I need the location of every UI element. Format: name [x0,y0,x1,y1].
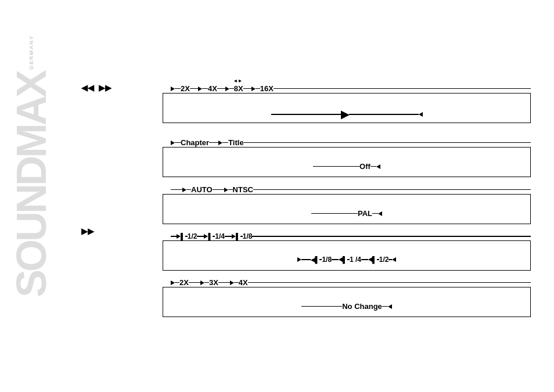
line-3x1 [204,282,209,283]
label-ntsc: NTSC [233,185,253,194]
diagram1-top-row: 2X 4X ◂ ▸ 8X 16X [163,84,531,93]
line-sf0 [171,236,177,237]
label-eighth-fwd: 1/8 [243,232,253,240]
brand-container: GERMANY SOUNDMAX [10,35,52,297]
arr-bot-l2 [368,257,372,262]
arrow-right-2x [171,280,175,285]
line-3x2 [218,282,230,283]
arrow-right-3 [225,87,229,91]
label-half-rev: 1/2 [379,256,389,264]
main-content: 2X 4X ◂ ▸ 8X 16X ▶ [163,29,531,325]
line7 [256,88,260,89]
diagram5-bottom-row: No Change [163,302,531,311]
arr-bot-l1 [339,257,343,262]
diagram-slow-motion: ▌ 1/2 ▌ 1/4 ▌ 1/8 ◀ ▌ 1/8 ▌ [163,232,531,264]
arrow-right-4 [251,87,256,91]
tick-sr1b: ▌ [315,256,320,263]
diagram4-bottom-row: ◀ ▌ 1/8 ▌ 1 /4 ▌ 1/2 [163,256,531,264]
diagram-chapter-title: Chapter Title Off [163,138,531,171]
tick-sr1: ◀ [311,256,315,264]
label-8x: 8X [234,84,243,93]
arr-sf1 [177,234,181,239]
line-pal2 [372,213,378,214]
brand-logo: SOUNDMAX [10,72,52,297]
arr-bot-l3 [392,257,396,262]
line-nc2 [382,306,388,307]
line-ch2 [209,142,218,143]
line-bot3 [332,259,339,260]
line2 [190,88,198,89]
label-no-change: No Change [342,302,382,311]
line-bottom-1 [271,114,341,115]
label-quarter-rev: 1 /4 [350,256,361,264]
arrow-right-ntsc [224,188,228,192]
arr-sf2 [204,234,208,239]
line8 [274,88,531,89]
arr-sf3 [232,234,236,239]
line-bot1 [301,259,311,260]
line-auto2 [213,189,224,190]
diagram2-bottom-row: Off [163,162,531,171]
arrow-left-off [376,164,380,169]
line5 [229,88,234,89]
line-bottom-2 [349,114,419,115]
tick-left: ◂ [234,78,237,84]
rewind-icon: ◀◀ [81,83,94,92]
diagram-video-system: AUTO NTSC PAL [163,185,531,218]
label-16x: 16X [260,84,274,93]
line-ntsc2 [253,189,531,190]
country-label: GERMANY [28,35,34,70]
tick-sr2: ▌ [343,256,347,263]
label-3x-d5: 3X [209,278,218,287]
line-sf4 [225,236,232,237]
arrow-left-pal [378,211,382,216]
arrow-right-ch [171,141,175,145]
line-2x2 [189,282,200,283]
line-sf2 [197,236,204,237]
tick-right: ▸ [239,78,242,84]
arrow-left-nc [388,304,392,309]
diagram1-bottom-row: ▶ [163,108,531,121]
diagram4-top-row: ▌ 1/2 ▌ 1/4 ▌ 1/8 [163,232,531,240]
label-chapter: Chapter [181,138,209,147]
label-eighth-rev: 1/8 [322,256,332,264]
tick-sf2: ▌ [208,233,213,240]
label-4x-d5: 4X [239,278,248,287]
diagram-speed-forward: 2X 4X ◂ ▸ 8X 16X ▶ [163,84,531,121]
label-2x-d5: 2X [179,278,189,287]
line-bot5 [361,259,368,260]
line-auto1 [186,189,191,190]
label-4x: 4X [208,84,217,93]
line-nc1 [301,306,342,307]
diagram3-bottom-row: PAL [163,209,531,218]
tick-sr3: ▌ [372,256,377,263]
diagram5-top-row: 2X 3X 4X [163,278,531,287]
arrow-right-3x [200,280,204,285]
arrow-left-bottom [419,112,423,117]
tick-area: ◂ ▸ 8X [234,84,243,93]
line-sf6 [252,236,531,237]
play-icon-bottom: ▶▶ [81,226,94,236]
line3 [202,88,208,89]
line-off2 [370,166,376,167]
play-symbol: ▶ [341,108,349,121]
arr-bot-play [297,257,301,262]
fastforward-icon: ▶▶ [99,83,111,92]
line-ch1 [175,142,181,143]
label-pal: PAL [358,209,372,218]
label-off: Off [359,162,370,171]
label-2x: 2X [181,84,190,93]
arrow-right-title [218,141,222,145]
diagram2-top-row: Chapter Title [163,138,531,147]
line-4x1 [234,282,239,283]
line-4x2 [248,282,531,283]
tick-sf3: ▌ [236,233,240,240]
line4 [217,88,225,89]
arrow-right-4x [230,280,234,285]
line-auto0 [171,189,182,190]
rewind-fastforward-icons: ◀◀ ▶▶ [81,83,111,92]
line-ntsc1 [228,189,233,190]
tick-sf1: ▌ [181,233,185,240]
line-ch3 [222,142,228,143]
line-ch4 [244,142,531,143]
